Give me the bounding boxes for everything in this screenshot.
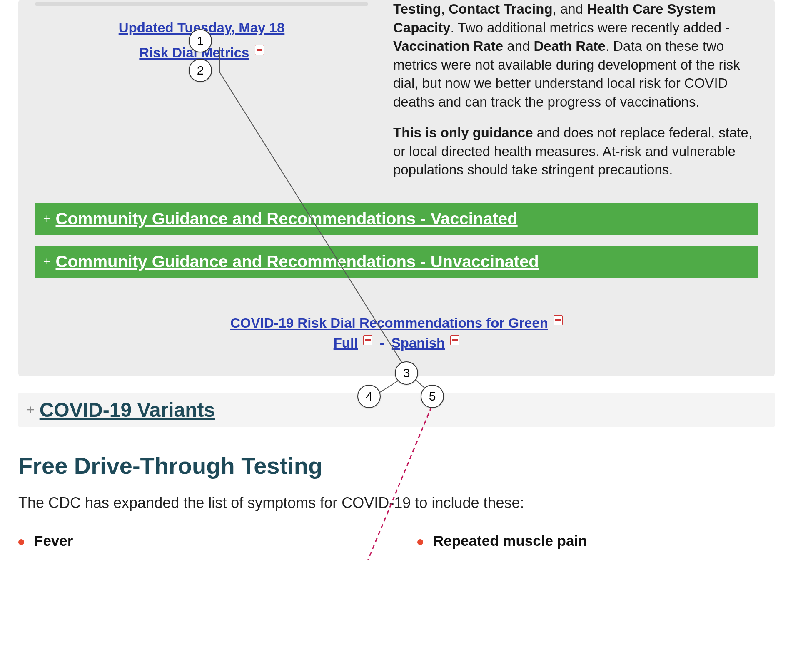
accordion-guidance-unvaccinated[interactable]: + Community Guidance and Recommendations… <box>35 246 758 278</box>
symptom-column-right: Repeated muscle pain <box>417 533 775 560</box>
annotation-marker-3: 3 <box>395 361 418 385</box>
bullet-icon <box>417 539 423 545</box>
annotation-marker-1: 1 <box>189 29 212 52</box>
annotation-marker-4: 4 <box>357 385 381 408</box>
symptom-label: Fever <box>34 533 73 549</box>
symptom-column-left: Fever <box>18 533 376 560</box>
plus-icon: + <box>43 254 51 269</box>
metric-testing: Testing <box>393 1 441 17</box>
green-spanish-link[interactable]: Spanish <box>392 335 445 351</box>
accordion-title: Community Guidance and Recommendations -… <box>56 252 539 271</box>
green-recommendations-link[interactable]: COVID-19 Risk Dial Recommendations for G… <box>230 315 548 331</box>
drive-through-testing-section: Free Drive-Through Testing The CDC has e… <box>18 452 775 560</box>
annotation-marker-2: 2 <box>189 59 212 82</box>
metric-vax-rate: Vaccination Rate <box>393 38 503 54</box>
pdf-icon <box>363 335 372 345</box>
pdf-icon <box>450 335 459 345</box>
accordion-covid-variants[interactable]: + COVID-19 Variants <box>18 393 775 427</box>
green-recommendations-links: COVID-19 Risk Dial Recommendations for G… <box>35 315 758 351</box>
guidance-disclaimer-lead: This is only guidance <box>393 125 533 140</box>
pdf-icon <box>255 45 264 55</box>
accordion-title: Community Guidance and Recommendations -… <box>56 209 518 228</box>
green-full-link[interactable]: Full <box>334 335 358 351</box>
horizontal-scrollbar[interactable] <box>35 0 368 8</box>
accordion-guidance-vaccinated[interactable]: + Community Guidance and Recommendations… <box>35 203 758 235</box>
plus-icon: + <box>43 212 51 226</box>
bullet-icon <box>18 539 24 545</box>
metric-death-rate: Death Rate <box>534 38 606 54</box>
plus-icon: + <box>27 402 35 418</box>
annotation-marker-5: 5 <box>421 385 444 408</box>
symptom-label: Repeated muscle pain <box>433 533 587 549</box>
risk-dial-description: Testing, Contact Tracing, and Health Car… <box>393 0 758 192</box>
list-item: Fever <box>18 533 376 549</box>
risk-dial-section: Updated Tuesday, May 18 Risk Dial Metric… <box>18 0 775 376</box>
testing-heading: Free Drive-Through Testing <box>18 452 775 479</box>
metric-contact-tracing: Contact Tracing <box>449 1 552 17</box>
pdf-icon <box>554 315 563 325</box>
testing-intro-text: The CDC has expanded the list of symptom… <box>18 494 775 512</box>
list-item: Repeated muscle pain <box>417 533 775 549</box>
accordion-title: COVID-19 Variants <box>40 398 215 421</box>
